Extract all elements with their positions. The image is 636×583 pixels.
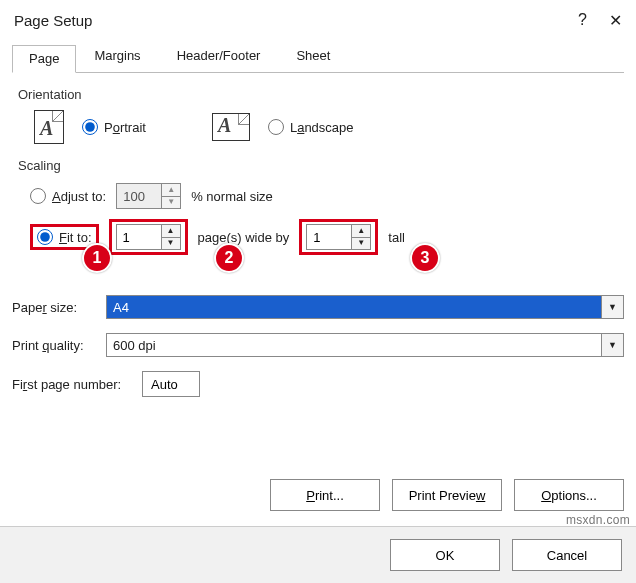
fit-tall-input[interactable]: [307, 225, 351, 249]
paper-size-value: A4: [107, 296, 601, 318]
fit-wide-spinner[interactable]: ▲ ▼: [116, 224, 181, 250]
landscape-radio[interactable]: Landscape: [268, 119, 354, 135]
watermark-text: msxdn.com: [566, 513, 630, 527]
fit-wide-input[interactable]: [117, 225, 161, 249]
portrait-preview-icon: [34, 110, 64, 144]
fit-mid-label: page(s) wide by: [198, 230, 290, 245]
first-page-label: First page number:: [12, 377, 142, 392]
tab-page[interactable]: Page: [12, 45, 76, 73]
tab-strip: Page Margins Header/Footer Sheet: [12, 40, 624, 73]
fit-tall-spinner[interactable]: ▲ ▼: [306, 224, 371, 250]
callout-badge-3: 3: [410, 243, 440, 273]
tab-header-footer[interactable]: Header/Footer: [159, 40, 279, 72]
adjust-to-radio[interactable]: Adjust to:: [30, 188, 106, 204]
tab-sheet[interactable]: Sheet: [278, 40, 348, 72]
paper-size-combo[interactable]: A4 ▼: [106, 295, 624, 319]
adjust-percent-input[interactable]: [117, 184, 161, 208]
landscape-radio-input[interactable]: [268, 119, 284, 135]
print-preview-button[interactable]: Print Preview: [392, 479, 502, 511]
paper-size-label: Paper size:: [12, 300, 106, 315]
adjust-to-radio-input[interactable]: [30, 188, 46, 204]
chevron-down-icon[interactable]: ▼: [601, 334, 623, 356]
landscape-preview-icon: [212, 113, 250, 141]
fit-tall-up-icon[interactable]: ▲: [352, 225, 370, 238]
landscape-label: Landscape: [290, 120, 354, 135]
tab-margins[interactable]: Margins: [76, 40, 158, 72]
fit-wide-up-icon[interactable]: ▲: [162, 225, 180, 238]
print-quality-value: 600 dpi: [107, 334, 601, 356]
fit-to-radio-input[interactable]: [37, 229, 53, 245]
scaling-group-label: Scaling: [18, 158, 624, 173]
print-quality-combo[interactable]: 600 dpi ▼: [106, 333, 624, 357]
dialog-footer: OK Cancel: [0, 526, 636, 583]
portrait-radio-input[interactable]: [82, 119, 98, 135]
adjust-suffix: % normal size: [191, 189, 273, 204]
adjust-down-icon[interactable]: ▼: [162, 197, 180, 209]
first-page-input[interactable]: [142, 371, 200, 397]
fit-to-label: Fit to:: [59, 230, 92, 245]
adjust-up-icon[interactable]: ▲: [162, 184, 180, 197]
fit-wide-down-icon[interactable]: ▼: [162, 238, 180, 250]
ok-button[interactable]: OK: [390, 539, 500, 571]
fit-to-radio[interactable]: Fit to:: [37, 229, 92, 245]
fit-tall-label: tall: [388, 230, 405, 245]
callout-badge-1: 1: [82, 243, 112, 273]
cancel-button[interactable]: Cancel: [512, 539, 622, 571]
print-quality-label: Print quality:: [12, 338, 106, 353]
adjust-to-label: Adjust to:: [52, 189, 106, 204]
portrait-radio[interactable]: Portrait: [82, 119, 146, 135]
close-icon[interactable]: ✕: [609, 11, 622, 30]
help-icon[interactable]: ?: [578, 11, 587, 30]
title-bar: Page Setup ? ✕: [0, 0, 636, 40]
options-button[interactable]: Options...: [514, 479, 624, 511]
portrait-label: Portrait: [104, 120, 146, 135]
dialog-title: Page Setup: [14, 12, 92, 29]
print-button[interactable]: Print...: [270, 479, 380, 511]
chevron-down-icon[interactable]: ▼: [601, 296, 623, 318]
adjust-percent-spinner[interactable]: ▲ ▼: [116, 183, 181, 209]
fit-tall-down-icon[interactable]: ▼: [352, 238, 370, 250]
callout-badge-2: 2: [214, 243, 244, 273]
orientation-group-label: Orientation: [18, 87, 624, 102]
